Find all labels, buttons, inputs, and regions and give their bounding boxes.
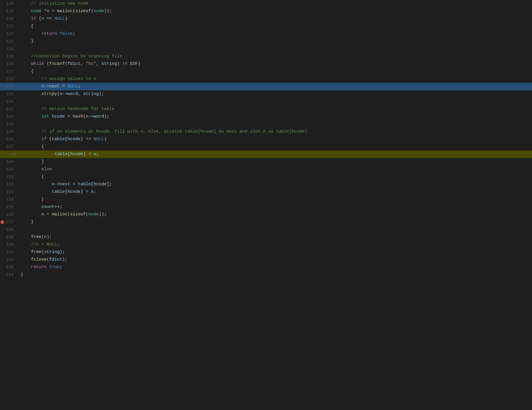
code-container: 128 // initialize new node129 node *n = … (0, 0, 532, 410)
line-number-150: 150 (0, 166, 19, 173)
line-number-146: 146 (0, 136, 19, 143)
line-145: 145 // if no elements at hcode, fill wit… (0, 128, 532, 136)
line-147: 147 { (0, 143, 532, 151)
line-content-159: free(n); (19, 233, 532, 241)
code-area[interactable]: 128 // initialize new node129 node *n = … (0, 0, 532, 410)
line-number-151: 151 (0, 173, 19, 181)
line-number-143: 143 (0, 113, 19, 120)
line-142: 142 // obtain hashcode for table (0, 105, 532, 113)
line-number-128: 128 (0, 0, 19, 8)
line-148: ▶148 table[hcode] = n; (0, 151, 532, 158)
line-number-162: 162 (0, 256, 19, 263)
line-143: 143 int hcode = hash(n->word); (0, 113, 532, 120)
line-150: 150 else (0, 166, 532, 173)
line-content-161: free(string); (19, 248, 532, 256)
line-157: 157 } (0, 218, 532, 226)
line-131: 131 { (0, 23, 532, 30)
line-content-141 (19, 98, 532, 105)
line-number-137: 137 (0, 68, 19, 75)
line-number-140: 140 (0, 90, 19, 98)
line-154: 154 } (0, 196, 532, 203)
breakpoint-icon[interactable] (1, 220, 4, 224)
line-number-138: 138 (0, 75, 19, 83)
line-content-146: if (table[hcode] == NULL) (19, 136, 532, 143)
line-number-134: 134 (0, 45, 19, 53)
line-number-144: 144 (0, 120, 19, 128)
line-content-137: { (19, 68, 532, 75)
line-content-144 (19, 120, 532, 128)
line-content-136: while (fscanf(fdict, "%s", string) != EO… (19, 60, 532, 68)
line-136: 136 while (fscanf(fdict, "%s", string) !… (0, 60, 532, 68)
line-159: 159 free(n); (0, 233, 532, 241)
line-content-160: //n = NULL; (19, 241, 532, 248)
line-156: 156 n = malloc(sizeof(node)); (0, 211, 532, 218)
line-content-143: int hcode = hash(n->word); (19, 113, 532, 120)
line-content-163: return true; (19, 263, 532, 271)
line-132: 132 return false; (0, 30, 532, 38)
line-number-152: 152 (0, 181, 19, 188)
line-152: 152 n->next = table[hcode]; (0, 181, 532, 188)
line-134: 134 (0, 45, 532, 53)
line-number-161: 161 (0, 248, 19, 256)
line-content-128: // initialize new node (19, 0, 532, 8)
line-161: 161 free(string); (0, 248, 532, 256)
line-content-162: fclose(fdict); (19, 256, 532, 263)
line-content-164: } (19, 271, 532, 279)
line-content-156: n = malloc(sizeof(node)); (19, 211, 532, 218)
line-140: 140 strcpy(n->word, string); (0, 90, 532, 98)
line-number-149: 149 (0, 158, 19, 166)
line-144: 144 (0, 120, 532, 128)
line-number-159: 159 (0, 233, 19, 241)
line-141: 141 (0, 98, 532, 105)
line-content-151: { (19, 173, 532, 181)
line-130: 130 if (n == NULL) (0, 15, 532, 23)
code-editor: 128 // initialize new node129 node *n = … (0, 0, 532, 410)
line-151: 151 { (0, 173, 532, 181)
line-number-145: 145 (0, 128, 19, 136)
line-content-150: else (19, 166, 532, 173)
line-content-149: } (19, 158, 532, 166)
line-content-142: // obtain hashcode for table (19, 105, 532, 113)
line-content-129: node *n = malloc(sizeof(node)); (19, 8, 532, 15)
line-155: 155 count++; (0, 203, 532, 211)
line-number-156: 156 (0, 211, 19, 218)
line-number-164: 164 (0, 271, 19, 279)
line-number-139: 139 (0, 83, 19, 90)
line-content-153: table[hcode] = n; (19, 188, 532, 196)
line-138: 138 // assign values to n (0, 75, 532, 83)
line-number-142: 142 (0, 105, 19, 113)
line-number-129: 129 (0, 8, 19, 15)
line-content-134 (19, 45, 532, 53)
line-content-130: if (n == NULL) (19, 15, 532, 23)
line-163: 163 return true; (0, 263, 532, 271)
line-number-132: 132 (0, 30, 19, 38)
line-164: 164} (0, 271, 532, 279)
line-number-135: 135 (0, 53, 19, 60)
line-160: 160 //n = NULL; (0, 241, 532, 248)
line-129: 129 node *n = malloc(sizeof(node)); (0, 8, 532, 15)
line-number-154: 154 (0, 196, 19, 203)
line-158: 158 (0, 226, 532, 233)
line-128: 128 // initialize new node (0, 0, 532, 8)
line-number-160: 160 (0, 241, 19, 248)
line-content-139: n->next = NULL; (19, 83, 532, 90)
line-137: 137 { (0, 68, 532, 75)
line-content-154: } (19, 196, 532, 203)
line-content-158 (19, 226, 532, 233)
line-content-148: table[hcode] = n; (22, 151, 532, 158)
line-133: 133 } (0, 38, 532, 45)
line-number-133: 133 (0, 38, 19, 45)
line-number-147: 147 (0, 143, 19, 151)
line-content-147: { (19, 143, 532, 151)
line-content-131: { (19, 23, 532, 30)
line-149: 149 } (0, 158, 532, 166)
line-content-155: count++; (19, 203, 532, 211)
line-number-131: 131 (0, 23, 19, 30)
line-146: 146 if (table[hcode] == NULL) (0, 136, 532, 143)
line-139: 139 n->next = NULL; (0, 83, 532, 90)
line-content-152: n->next = table[hcode]; (19, 181, 532, 188)
line-content-138: // assign values to n (19, 75, 532, 83)
line-content-133: } (19, 38, 532, 45)
line-162: 162 fclose(fdict); (0, 256, 532, 263)
line-content-157: } (19, 218, 532, 226)
